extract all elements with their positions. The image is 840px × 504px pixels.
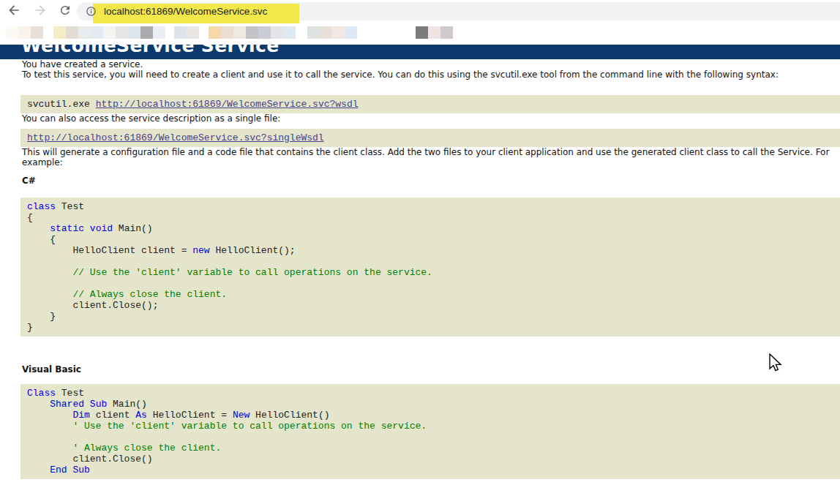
bookmarks-bar: [0, 24, 840, 43]
code-line: class Test: [27, 201, 833, 212]
forward-arrow-icon: [33, 3, 48, 20]
code-line: Dim client As HelloClient = New HelloCli…: [27, 410, 833, 421]
bookmark-item[interactable]: [6, 26, 18, 39]
code-line: Shared Sub Main(): [27, 399, 833, 410]
single-wsdl-box: http://localhost:61869/WelcomeService.sv…: [20, 129, 840, 147]
test-instructions-text: To test this service, you will need to c…: [22, 69, 840, 80]
bookmark-item[interactable]: [140, 26, 153, 39]
vb-heading: Visual Basic: [22, 364, 840, 375]
bookmark-item[interactable]: [174, 26, 187, 39]
code-line: // Use the 'client' variable to call ope…: [27, 267, 833, 278]
code-line: ' Always close the client.: [27, 443, 833, 454]
wsdl-link[interactable]: http://localhost:61869/WelcomeService.sv…: [96, 99, 359, 110]
bookmark-item[interactable]: [53, 26, 66, 39]
code-line: // Always close the client.: [27, 289, 833, 300]
code-line: HelloClient client = new HelloClient();: [27, 245, 833, 256]
bookmark-item[interactable]: [283, 26, 296, 39]
code-line: End Sub: [27, 464, 833, 475]
refresh-button[interactable]: [57, 4, 73, 20]
bookmark-item[interactable]: [187, 26, 199, 39]
csharp-heading: C#: [22, 176, 840, 186]
bookmark-item[interactable]: [246, 26, 258, 39]
code-line: ' Use the 'client' variable to call oper…: [27, 421, 833, 432]
code-line: {: [27, 212, 833, 223]
url-text: localhost:61869/WelcomeService.svc: [104, 6, 267, 17]
csharp-code-block: class Test{ static void Main() { HelloCl…: [20, 198, 840, 336]
back-arrow-icon: [7, 3, 21, 20]
code-line: Class Test: [27, 388, 833, 399]
bookmark-item[interactable]: [66, 26, 78, 39]
bookmark-item[interactable]: [440, 26, 453, 39]
svcutil-prefix: svcutil.exe: [27, 99, 90, 110]
bookmark-item[interactable]: [116, 26, 128, 39]
bookmark-item[interactable]: [320, 26, 332, 39]
code-line: [27, 278, 833, 289]
vb-code-block: Class Test Shared Sub Main() Dim client …: [20, 384, 840, 479]
bookmark-item[interactable]: [416, 26, 428, 39]
code-line: [27, 256, 833, 267]
code-line: {: [27, 234, 833, 245]
bookmark-item[interactable]: [209, 26, 221, 39]
bookmark-item[interactable]: [78, 26, 91, 39]
code-line: static void Main(): [27, 223, 833, 234]
code-line: }: [27, 322, 833, 333]
forward-button[interactable]: [32, 4, 48, 20]
code-line: }: [27, 311, 833, 322]
bookmark-item[interactable]: [128, 26, 140, 39]
bookmark-item[interactable]: [233, 26, 246, 39]
bookmark-item[interactable]: [307, 26, 320, 39]
bookmark-item[interactable]: [258, 26, 271, 39]
back-button[interactable]: [6, 4, 22, 20]
page-info-icon[interactable]: [86, 6, 97, 17]
bookmark-item[interactable]: [31, 26, 43, 39]
bookmark-item[interactable]: [271, 26, 283, 39]
bookmark-item[interactable]: [91, 26, 103, 39]
refresh-icon: [59, 4, 72, 20]
generate-description-text: This will generate a configuration file …: [22, 147, 840, 168]
single-wsdl-link[interactable]: http://localhost:61869/WelcomeService.sv…: [27, 132, 324, 143]
page-title: WelcomeService Service: [21, 45, 840, 57]
code-line: client.Close(): [27, 454, 833, 464]
svcutil-command-box: svcutil.exe http://localhost:61869/Welco…: [20, 95, 840, 113]
bookmark-item[interactable]: [153, 26, 165, 39]
bookmark-item[interactable]: [18, 26, 31, 39]
code-line: client.Close();: [27, 300, 833, 311]
bookmark-item[interactable]: [345, 26, 357, 39]
service-title-banner: WelcomeService Service: [0, 45, 840, 59]
single-file-text: You can also access the service descript…: [22, 113, 840, 124]
code-line: [27, 432, 833, 443]
bookmark-item[interactable]: [103, 26, 116, 39]
intro-text: You have created a service.: [22, 59, 840, 69]
browser-toolbar: localhost:61869/WelcomeService.svc: [0, 0, 840, 24]
bookmark-item[interactable]: [332, 26, 345, 39]
bookmark-item[interactable]: [428, 26, 440, 39]
bookmark-item[interactable]: [221, 26, 233, 39]
